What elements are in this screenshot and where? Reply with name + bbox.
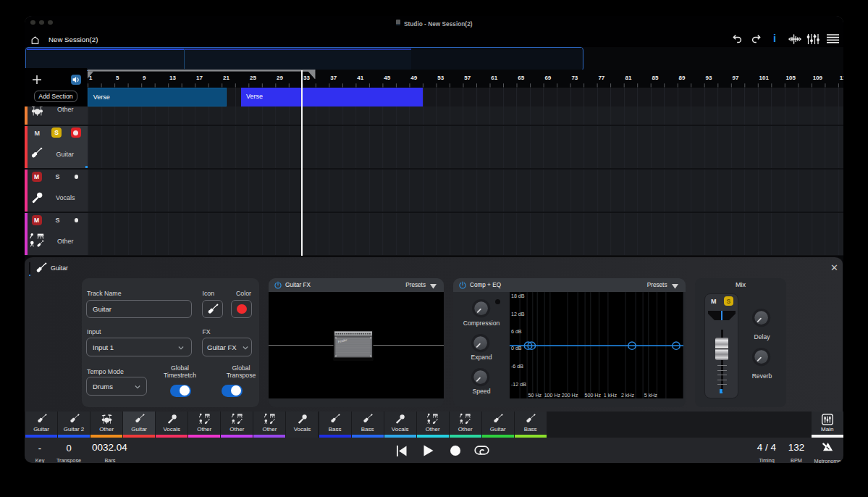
svg-text:105: 105 [785, 75, 796, 81]
svg-text:45: 45 [384, 75, 390, 81]
svg-text:61: 61 [491, 75, 497, 81]
svg-text:2 kHz: 2 kHz [621, 393, 635, 398]
svg-text:5 kHz: 5 kHz [644, 393, 658, 398]
svg-text:77: 77 [598, 75, 604, 81]
svg-text:200 Hz: 200 Hz [562, 393, 578, 398]
svg-text:73: 73 [571, 75, 578, 81]
svg-text:50 Hz: 50 Hz [528, 393, 542, 398]
svg-text:81: 81 [625, 75, 631, 81]
svg-text:53: 53 [437, 75, 444, 81]
svg-text:109: 109 [812, 75, 822, 81]
svg-text:9: 9 [143, 75, 146, 81]
svg-text:-12 dB: -12 dB [511, 382, 526, 388]
svg-text:-6 dB: -6 dB [511, 364, 523, 369]
svg-text:17: 17 [196, 75, 203, 81]
svg-text:101: 101 [759, 75, 769, 81]
svg-text:0 dB: 0 dB [511, 346, 522, 351]
svg-text:113: 113 [839, 75, 843, 81]
svg-text:12 dB: 12 dB [511, 311, 525, 317]
svg-text:1: 1 [88, 75, 92, 81]
svg-text:500 Hz: 500 Hz [585, 393, 602, 398]
svg-text:93: 93 [705, 75, 712, 81]
svg-text:65: 65 [518, 75, 524, 81]
svg-text:18 dB: 18 dB [511, 293, 525, 299]
svg-text:37: 37 [330, 75, 337, 81]
svg-text:69: 69 [544, 75, 551, 81]
svg-text:25: 25 [250, 75, 256, 81]
svg-text:89: 89 [678, 75, 685, 81]
svg-text:100 Hz: 100 Hz [544, 393, 561, 398]
svg-text:29: 29 [277, 75, 283, 81]
svg-text:41: 41 [357, 75, 363, 81]
svg-text:5: 5 [115, 75, 119, 81]
svg-text:49: 49 [410, 75, 417, 81]
svg-text:6 dB: 6 dB [511, 329, 522, 335]
svg-text:85: 85 [652, 75, 658, 81]
svg-text:1 kHz: 1 kHz [604, 393, 618, 398]
svg-text:13: 13 [169, 75, 176, 81]
svg-text:21: 21 [223, 75, 229, 81]
svg-text:57: 57 [464, 75, 471, 81]
svg-text:97: 97 [732, 75, 738, 81]
